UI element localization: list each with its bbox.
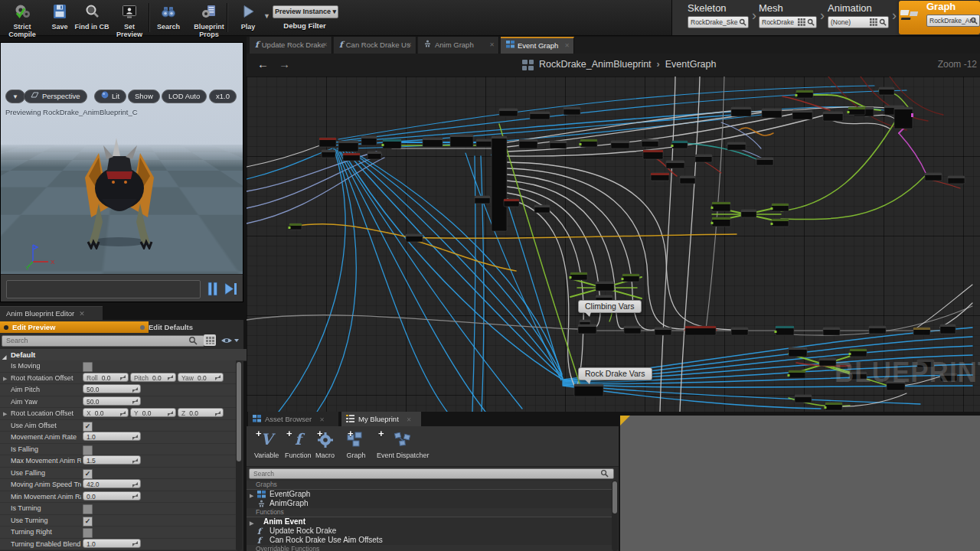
- graph-asset-value[interactable]: RockDrake_Ani: [926, 15, 980, 27]
- graph-node[interactable]: [711, 202, 731, 211]
- comment-climbing-vars[interactable]: Climbing Vars: [578, 300, 642, 313]
- graph-node[interactable]: [611, 141, 629, 148]
- play-options-caret-icon[interactable]: ▼: [263, 12, 270, 20]
- graph-node[interactable]: [925, 173, 942, 181]
- spin-icon[interactable]: [132, 458, 138, 464]
- number-field[interactable]: 0.0: [83, 491, 141, 500]
- grid-view-icon[interactable]: [204, 334, 216, 346]
- close-icon[interactable]: ✕: [407, 37, 412, 54]
- graph-node[interactable]: [596, 282, 614, 291]
- graph-node[interactable]: [406, 234, 423, 242]
- my-blueprint-scrollbar[interactable]: [612, 481, 618, 551]
- graph-node[interactable]: [655, 328, 671, 335]
- graph-node[interactable]: [550, 141, 567, 148]
- number-field[interactable]: 1.5: [83, 455, 141, 465]
- browse-icon[interactable]: [807, 18, 815, 28]
- graph-node[interactable]: [651, 173, 669, 181]
- browse-icon[interactable]: [970, 17, 978, 27]
- graph-node[interactable]: [534, 205, 550, 213]
- graph-node[interactable]: [711, 217, 731, 227]
- checkbox[interactable]: ✓: [83, 517, 93, 527]
- category-default[interactable]: ◢Default: [0, 349, 247, 361]
- spin-icon[interactable]: [132, 399, 138, 404]
- browse-icon[interactable]: [879, 18, 887, 28]
- graph-node[interactable]: [322, 150, 335, 158]
- spin-icon[interactable]: [132, 482, 138, 487]
- graph-node[interactable]: [492, 136, 507, 231]
- graph-node[interactable]: [848, 107, 866, 115]
- tab-anim-blueprint-editor[interactable]: Anim Blueprint Editor✕: [0, 306, 103, 321]
- graph-node[interactable]: [564, 107, 580, 115]
- close-icon[interactable]: ✕: [319, 416, 325, 423]
- play-button[interactable]: Play: [233, 2, 263, 34]
- checkbox[interactable]: [83, 528, 93, 538]
- vp-lit-button[interactable]: Lit: [94, 90, 126, 103]
- graph-node[interactable]: [741, 210, 756, 217]
- graph-canvas[interactable]: BLUEPRINT Climbing Vars Rock Drake Vars: [247, 77, 980, 412]
- nav-skeleton[interactable]: SkeletonRockDrake_Ske: [688, 2, 749, 33]
- preview-viewport[interactable]: ▼PerspectiveLitShowLOD Autox1.0 Previewi…: [0, 42, 243, 302]
- y-field[interactable]: Y0.0: [130, 408, 176, 417]
- graph-node[interactable]: [475, 196, 490, 204]
- vp-perspective-button[interactable]: Perspective: [24, 90, 87, 103]
- close-icon[interactable]: ✕: [79, 310, 85, 318]
- graph-node[interactable]: [671, 141, 688, 148]
- vp-lod-auto-button[interactable]: LOD Auto: [162, 90, 207, 103]
- tree-item-eventgraph[interactable]: ▶EventGraph: [247, 490, 612, 499]
- spin-icon[interactable]: [168, 375, 173, 380]
- graph-node[interactable]: [771, 204, 789, 211]
- graph-node[interactable]: [642, 139, 658, 147]
- pause-button[interactable]: [206, 281, 220, 298]
- skeleton-asset-value[interactable]: RockDrake_Ske: [688, 16, 749, 28]
- rock-drake-model[interactable]: [68, 133, 172, 249]
- tree-item-update-rock-drake[interactable]: fUpdate Rock Drake: [247, 527, 612, 536]
- preview-instance-dropdown[interactable]: Preview Instance ▾: [273, 5, 338, 18]
- my-blueprint-search-input[interactable]: Search: [249, 468, 614, 479]
- tab-update-rock-drake[interactable]: fUpdate Rock Drake✕: [250, 37, 332, 54]
- graph-node[interactable]: [578, 324, 596, 334]
- viewport-text-input[interactable]: [6, 280, 201, 298]
- tab-can-rock-drake-us[interactable]: fCan Rock Drake Us✕: [334, 37, 416, 54]
- checkbox[interactable]: [83, 504, 93, 514]
- edit-defaults-toggle[interactable]: Edit Defaults: [136, 321, 256, 333]
- nav-animation[interactable]: Animation(None): [828, 2, 889, 33]
- number-field[interactable]: 1.0: [83, 432, 141, 441]
- spin-icon[interactable]: [120, 411, 126, 416]
- save-button[interactable]: Save: [46, 2, 74, 34]
- section-functions[interactable]: Functions: [247, 508, 612, 517]
- expander-icon[interactable]: ▶: [3, 376, 7, 382]
- graph-node[interactable]: [423, 138, 443, 147]
- graph-node[interactable]: [530, 112, 550, 119]
- expander-icon[interactable]: ▶: [3, 411, 7, 417]
- graph-node[interactable]: [343, 153, 360, 161]
- graph-node[interactable]: [731, 328, 748, 335]
- graph-node[interactable]: [499, 109, 518, 116]
- add-event-dispatcher-button[interactable]: +Event Dispatcher: [377, 430, 430, 459]
- search-button[interactable]: Search: [152, 2, 185, 34]
- graph-node[interactable]: [368, 152, 381, 159]
- graph-node[interactable]: [795, 90, 814, 98]
- graph-node[interactable]: [361, 136, 377, 145]
- grid-icon[interactable]: [798, 18, 805, 28]
- graph-node[interactable]: [823, 328, 840, 335]
- vp-show-button[interactable]: Show: [128, 90, 160, 103]
- graph-node[interactable]: [624, 326, 641, 334]
- graph-node[interactable]: [727, 142, 746, 150]
- eye-filter-icon[interactable]: [220, 336, 239, 345]
- graph-node[interactable]: [948, 176, 965, 184]
- graph-node[interactable]: [622, 274, 640, 282]
- back-button[interactable]: ←: [257, 57, 269, 70]
- graph-node[interactable]: [869, 326, 886, 334]
- properties-scrollbar[interactable]: [236, 360, 242, 551]
- graph-node[interactable]: [519, 139, 537, 148]
- graph-node[interactable]: [731, 107, 751, 116]
- graph-node[interactable]: [504, 199, 519, 207]
- graph-node[interactable]: [382, 139, 402, 148]
- close-icon[interactable]: ✕: [407, 416, 412, 423]
- nav-graph[interactable]: GraphRockDrake_Ani: [899, 1, 980, 34]
- graph-node[interactable]: [570, 272, 588, 280]
- graph-node[interactable]: [792, 110, 812, 119]
- x-field[interactable]: X0.0: [83, 408, 129, 417]
- set-preview-button[interactable]: Set Preview: [110, 2, 149, 34]
- add-variable-button[interactable]: V+Variable: [254, 430, 279, 459]
